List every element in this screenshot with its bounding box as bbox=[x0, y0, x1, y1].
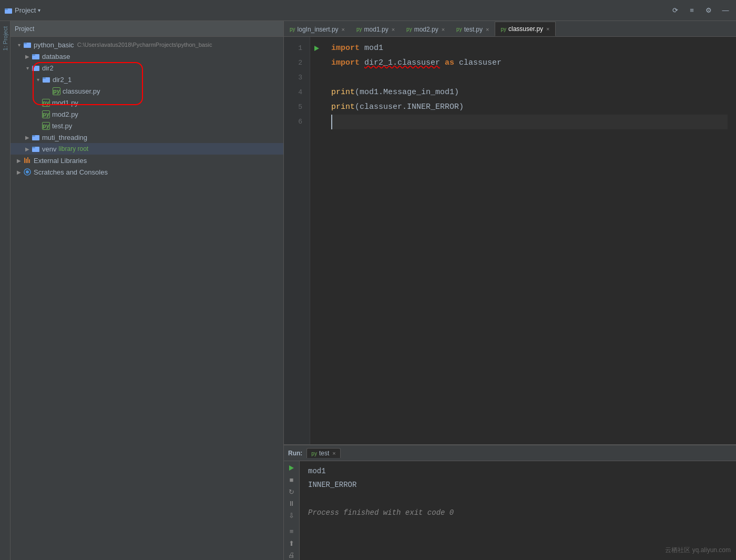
code-line-2: import dir2_1.classuser as classuser bbox=[331, 56, 728, 70]
line-numbers: 1 2 3 4 5 6 bbox=[284, 37, 310, 444]
run-panel: Run: py test × ■ ↻ ⏸ ⇩ ≡ ⬆ bbox=[284, 444, 736, 560]
code-content[interactable]: import mod1 import dir2_1.classuser as c… bbox=[323, 37, 736, 444]
run-settings-button[interactable]: ≡ bbox=[286, 527, 298, 537]
tree-dir2[interactable]: ▾ dir2 bbox=[11, 62, 283, 74]
run-tab-icon: py bbox=[311, 451, 317, 456]
classuser-label: classuser.py bbox=[63, 87, 100, 95]
tab-test-close[interactable]: × bbox=[486, 26, 489, 33]
project-tree[interactable]: ▾ python_basic C:\Users\avatus2018\Pycha… bbox=[11, 37, 283, 560]
run-tab-close[interactable]: × bbox=[332, 450, 335, 456]
run-pin-button[interactable]: ⬆ bbox=[286, 538, 298, 548]
root-path: C:\Users\avatus2018\PycharmProjects\pyth… bbox=[77, 42, 212, 48]
tab-classuser-close[interactable]: × bbox=[546, 26, 549, 32]
settings-icon[interactable]: ⚙ bbox=[702, 4, 715, 17]
dir2-folder-icon bbox=[32, 64, 40, 72]
tab-classuser[interactable]: py classuser.py × bbox=[495, 22, 555, 36]
mod1-id: mod1 bbox=[364, 41, 383, 56]
svg-rect-17 bbox=[29, 159, 30, 163]
ext-lib-label: External Libraries bbox=[34, 157, 87, 165]
tab-test-label: test.py bbox=[464, 26, 483, 33]
gutter bbox=[310, 37, 323, 444]
run-pause-button[interactable]: ⏸ bbox=[286, 499, 298, 509]
tab-login-insert-close[interactable]: × bbox=[342, 26, 345, 33]
dir2-1-label: dir2_1 bbox=[53, 76, 71, 84]
collapse-icon[interactable]: ≡ bbox=[686, 4, 698, 17]
tab-mod1-label: mod1.py bbox=[364, 26, 389, 33]
paren-open-1: ( bbox=[355, 85, 360, 100]
minimize-icon[interactable]: — bbox=[719, 4, 732, 17]
as-kw: as bbox=[445, 56, 454, 70]
svg-rect-1 bbox=[5, 8, 8, 10]
run-print-button[interactable]: 🖨 bbox=[286, 551, 298, 561]
svg-rect-3 bbox=[24, 43, 27, 44]
database-folder-icon bbox=[32, 52, 40, 60]
print-fn-1: print bbox=[331, 85, 355, 100]
tab-login-insert[interactable]: py logIn_insert.py × bbox=[284, 22, 351, 36]
tab-mod1[interactable]: py mod1.py × bbox=[351, 22, 401, 36]
run-gutter-button[interactable] bbox=[312, 44, 321, 53]
run-play-button[interactable] bbox=[286, 463, 298, 473]
tab-login-insert-label: logIn_insert.py bbox=[298, 26, 339, 33]
tree-root[interactable]: ▾ python_basic C:\Users\avatus2018\Pycha… bbox=[11, 39, 283, 50]
tab-mod1-close[interactable]: × bbox=[392, 26, 395, 33]
tab-bar: py logIn_insert.py × py mod1.py × py mod… bbox=[284, 21, 736, 37]
svg-point-19 bbox=[26, 170, 29, 174]
root-arrow: ▾ bbox=[15, 40, 23, 49]
code-line-3 bbox=[331, 70, 728, 85]
tree-muti-threading[interactable]: ▶ muti_threading bbox=[11, 131, 283, 143]
venv-library-root-label: library root bbox=[58, 145, 88, 152]
run-rerun-button[interactable]: ↻ bbox=[286, 487, 298, 497]
tree-external-libraries[interactable]: ▶ External Libraries bbox=[11, 155, 283, 166]
tree-test-py[interactable]: ▶ py test.py bbox=[11, 120, 283, 131]
muti-threading-arrow: ▶ bbox=[23, 133, 32, 141]
code-editor[interactable]: 1 2 3 4 5 6 import mod1 impor bbox=[284, 37, 736, 444]
main-area: 1: Project Project ▾ python_basic C:\Use… bbox=[0, 21, 736, 560]
database-arrow: ▶ bbox=[23, 52, 32, 60]
project-label: Project bbox=[15, 6, 36, 14]
line-num-2: 2 bbox=[284, 56, 305, 70]
project-selector[interactable]: Project ▾ bbox=[4, 6, 40, 15]
tree-mod2-py[interactable]: ▶ py mod2.py bbox=[11, 108, 283, 120]
tree-venv[interactable]: ▶ venv library root bbox=[11, 143, 283, 155]
tab-test[interactable]: py test.py × bbox=[451, 22, 495, 36]
run-label: Run: bbox=[288, 450, 302, 457]
run-output-line-2: INNER_ERROR bbox=[308, 479, 728, 491]
dir2-group: ▾ dir2 ▾ dir2_1 ▶ py bbox=[11, 62, 283, 97]
svg-rect-14 bbox=[24, 158, 25, 163]
run-stop-button[interactable]: ■ bbox=[286, 475, 298, 485]
project-panel: Project ▾ python_basic C:\Users\avatus20… bbox=[11, 21, 284, 560]
run-controls: ■ ↻ ⏸ ⇩ ≡ ⬆ 🖨 bbox=[284, 461, 300, 560]
run-tab-test[interactable]: py test × bbox=[306, 448, 340, 458]
database-label: database bbox=[42, 53, 70, 60]
code-line-6[interactable] bbox=[331, 115, 728, 129]
sidebar-strip-label-project[interactable]: 1: Project bbox=[1, 23, 9, 54]
tab-mod2[interactable]: py mod2.py × bbox=[401, 22, 451, 36]
login-insert-py-icon: py bbox=[290, 26, 295, 32]
tree-database[interactable]: ▶ database bbox=[11, 50, 283, 62]
code-line-4: print(mod1.Message_in_mod1) bbox=[331, 85, 728, 100]
sync-icon[interactable]: ⟳ bbox=[669, 4, 681, 17]
code-line-5: print(classuser.INNER_ERROR) bbox=[331, 100, 728, 115]
test-py-icon: py bbox=[42, 122, 50, 130]
tree-scratches-consoles[interactable]: ▶ Scratches and Consoles bbox=[11, 166, 283, 178]
test-label: test.py bbox=[52, 122, 72, 130]
root-label: python_basic bbox=[34, 41, 74, 49]
line-num-3: 3 bbox=[284, 70, 305, 85]
tree-dir2-1[interactable]: ▾ dir2_1 bbox=[11, 74, 283, 85]
tree-classuser-py[interactable]: ▶ py classuser.py bbox=[11, 85, 283, 97]
toolbar: Project ▾ ⟳ ≡ ⚙ — bbox=[0, 0, 736, 21]
mod2-tab-py-icon: py bbox=[406, 26, 412, 32]
svg-rect-7 bbox=[32, 66, 35, 67]
dir2-label: dir2 bbox=[42, 64, 54, 72]
dir2-1-folder-icon bbox=[42, 75, 50, 84]
svg-rect-5 bbox=[32, 54, 35, 56]
svg-rect-9 bbox=[43, 77, 46, 79]
classuser-tab-py-icon: py bbox=[500, 26, 506, 32]
paren-close-2: ) bbox=[459, 100, 464, 115]
run-scroll-button[interactable]: ⇩ bbox=[286, 511, 298, 521]
tab-mod2-close[interactable]: × bbox=[442, 26, 445, 33]
project-header: Project bbox=[11, 21, 283, 37]
line-num-4: 4 bbox=[284, 85, 305, 100]
scratches-label: Scratches and Consoles bbox=[34, 168, 108, 176]
tree-mod1-py[interactable]: ▶ py mod1.py bbox=[11, 97, 283, 108]
